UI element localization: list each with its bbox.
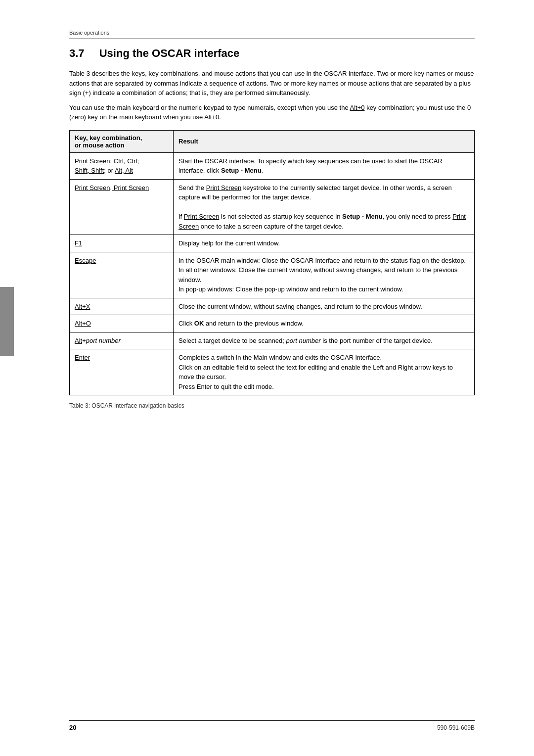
breadcrumb: Basic operations	[69, 30, 475, 36]
row6-result: Click OK and return to the previous wind…	[174, 315, 475, 332]
row3-result: Display help for the current window.	[174, 235, 475, 252]
row5-result: Close the current window, without saving…	[174, 298, 475, 315]
col2-header: Result	[174, 130, 475, 152]
page-stripe	[0, 287, 14, 356]
intro-paragraph-1: Table 3 describes the keys, key combinat…	[69, 69, 475, 98]
table-row: Alt+O Click OK and return to the previou…	[70, 315, 475, 332]
header-rule	[69, 39, 475, 39]
table-row: Escape In the OSCAR main window: Close t…	[70, 252, 475, 298]
section-title-text: Using the OSCAR interface	[99, 47, 240, 59]
table-row: F1 Display help for the current window.	[70, 235, 475, 252]
row7-result: Select a target device to be scanned; po…	[174, 332, 475, 349]
row1-key: Print Screen; Ctrl, Ctrl; Shift, Shift; …	[70, 152, 174, 179]
section-number: 3.7	[69, 47, 85, 59]
table-row: Print Screen; Ctrl, Ctrl; Shift, Shift; …	[70, 152, 475, 179]
row8-key: Enter	[70, 349, 174, 395]
row3-key: F1	[70, 235, 174, 252]
section-title: 3.7 Using the OSCAR interface	[69, 47, 475, 60]
page-footer: 20 590-591-609B	[69, 720, 475, 731]
row7-key: Alt+port number	[70, 332, 174, 349]
col1-header: Key, key combination,or mouse action	[70, 130, 174, 152]
table-row: Enter Completes a switch in the Main win…	[70, 349, 475, 395]
row8-result: Completes a switch in the Main window an…	[174, 349, 475, 395]
row5-key: Alt+X	[70, 298, 174, 315]
table-row: Alt+X Close the current window, without …	[70, 298, 475, 315]
row2-key: Print Screen, Print Screen	[70, 179, 174, 235]
table-row: Alt+port number Select a target device t…	[70, 332, 475, 349]
intro-paragraph-2: You can use the main keyboard or the num…	[69, 103, 475, 122]
oscar-table: Key, key combination,or mouse action Res…	[69, 130, 475, 396]
row6-key: Alt+O	[70, 315, 174, 332]
row4-result: In the OSCAR main window: Close the OSCA…	[174, 252, 475, 298]
table-caption: Table 3: OSCAR interface navigation basi…	[69, 402, 475, 409]
row4-key: Escape	[70, 252, 174, 298]
table-row: Print Screen, Print Screen Send the Prin…	[70, 179, 475, 235]
row1-result: Start the OSCAR interface. To specify wh…	[174, 152, 475, 179]
footer-doc-number: 590-591-609B	[437, 724, 475, 731]
row2-result: Send the Print Screen keystroke to the c…	[174, 179, 475, 235]
footer-page-number: 20	[69, 724, 76, 731]
